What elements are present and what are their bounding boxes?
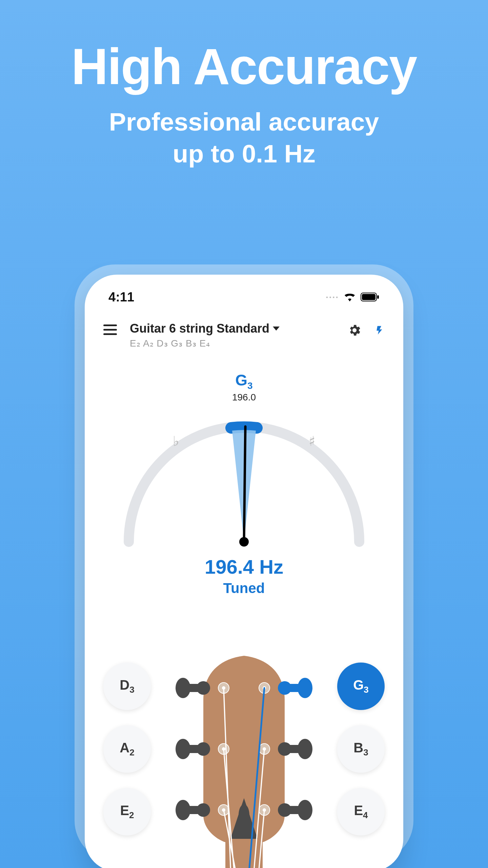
promo-subtitle-line2: up to 0.1 Hz [173, 139, 316, 168]
menu-button[interactable] [103, 321, 120, 338]
promo-header: High Accuracy Professional accuracy up t… [0, 0, 488, 170]
phone-frame: 4:11 ···· Guitar 6 string Standard E₂ A₂… [85, 275, 403, 868]
tuning-notes: E₂ A₂ D₃ G₃ B₃ E₄ [130, 338, 337, 349]
string-button-d3[interactable]: D3 [103, 663, 151, 710]
svg-point-9 [176, 678, 190, 698]
flat-sharp-labels: ♭ ♯ [112, 433, 376, 454]
flat-icon: ♭ [173, 433, 179, 449]
cellular-dots-icon: ···· [326, 292, 339, 303]
status-time: 4:11 [108, 290, 134, 304]
target-note: G3 [85, 371, 403, 391]
promo-title: High Accuracy [0, 37, 488, 96]
svg-point-15 [176, 800, 190, 820]
chevron-down-icon [273, 327, 280, 331]
sharp-icon: ♯ [309, 433, 315, 449]
battery-icon [361, 290, 380, 304]
gauge-arc [108, 399, 380, 555]
auto-mode-button[interactable] [374, 323, 385, 338]
svg-point-5 [239, 804, 249, 826]
string-button-b3[interactable]: B3 [337, 725, 385, 773]
tuner-gauge: G3 196.0 ♭ ♯ 196.4 Hz Tuned [85, 371, 403, 588]
svg-point-24 [298, 800, 312, 820]
string-button-a2[interactable]: A2 [103, 725, 151, 773]
app-toolbar: Guitar 6 string Standard E₂ A₂ D₃ G₃ B₃ … [85, 311, 403, 352]
live-frequency: 196.4 Hz [85, 555, 403, 578]
string-button-e4[interactable]: E4 [337, 788, 385, 835]
tuning-label: Guitar 6 string Standard [130, 321, 269, 336]
svg-point-12 [176, 739, 190, 759]
svg-point-4 [239, 537, 249, 547]
svg-point-18 [298, 678, 312, 698]
promo-subtitle-line1: Professional accuracy [109, 107, 379, 136]
status-bar: 4:11 ···· [85, 275, 403, 311]
settings-button[interactable] [347, 323, 362, 337]
tuning-selector[interactable]: Guitar 6 string Standard E₂ A₂ D₃ G₃ B₃ … [130, 321, 337, 349]
string-button-g3[interactable]: G3 [337, 663, 385, 710]
headstock-area: D3 A2 E2 G3 B3 E4 [85, 659, 403, 868]
svg-point-21 [298, 739, 312, 759]
wifi-icon [343, 290, 357, 304]
promo-subtitle: Professional accuracy up to 0.1 Hz [0, 106, 488, 170]
svg-rect-2 [377, 295, 379, 299]
string-button-e2[interactable]: E2 [103, 788, 151, 835]
tuning-status: Tuned [85, 580, 403, 596]
svg-rect-1 [362, 294, 375, 300]
guitar-headstock-icon [169, 656, 319, 868]
